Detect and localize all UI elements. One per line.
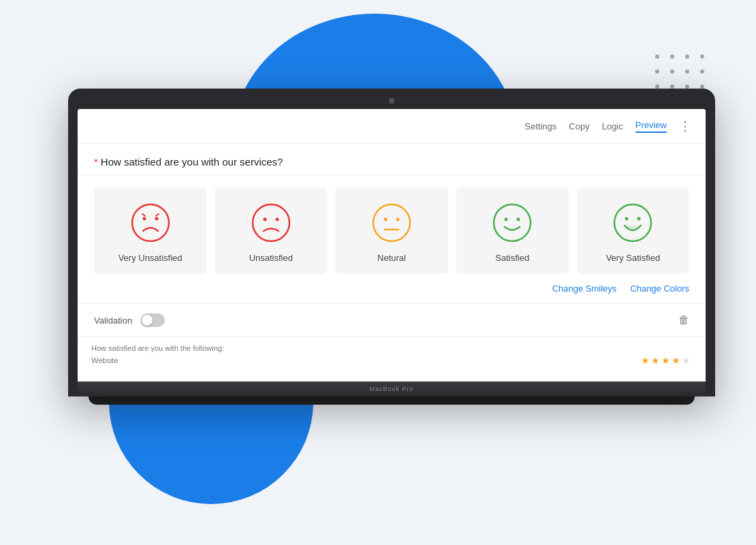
svg-point-5	[275, 218, 279, 221]
preview-item-label: Website	[91, 356, 119, 364]
preview-question-text: How satisfied are you with the following…	[91, 344, 224, 352]
question-section: *How satisfied are you with our services…	[78, 144, 706, 175]
laptop-base: MacBook Pro	[78, 382, 706, 396]
survey-card: Settings Copy Logic Preview ⋮ *How satis…	[78, 109, 706, 373]
laptop-foot	[89, 396, 695, 405]
smiley-card-very-unsatisfied[interactable]: Very Unsatisfied	[94, 187, 206, 274]
smiley-card-satisfied[interactable]: Satisfied	[456, 187, 569, 274]
unsatisfied-icon	[251, 202, 292, 243]
svg-point-8	[396, 218, 400, 221]
action-links: Change Smileys Change Colors	[78, 281, 706, 303]
preview-bar: How satisfied are you with the following…	[78, 337, 706, 373]
svg-point-2	[155, 217, 158, 221]
smiley-card-very-satisfied[interactable]: Very Satisfied	[577, 187, 689, 274]
toggle-knob	[142, 315, 153, 326]
laptop-wrapper: Settings Copy Logic Preview ⋮ *How satis…	[68, 89, 715, 405]
logic-button[interactable]: Logic	[602, 121, 623, 131]
satisfied-icon	[492, 202, 533, 243]
preview-row: How satisfied are you with the following…	[91, 344, 692, 352]
svg-point-14	[625, 217, 629, 221]
laptop-frame: Settings Copy Logic Preview ⋮ *How satis…	[68, 89, 715, 396]
neutral-icon	[371, 202, 412, 243]
smiley-card-neutral[interactable]: Netural	[335, 187, 447, 274]
validation-bar: Validation 🗑	[78, 303, 706, 337]
preview-button[interactable]: Preview	[635, 120, 667, 133]
svg-point-10	[494, 204, 531, 241]
question-text: *How satisfied are you with our services…	[94, 156, 689, 168]
unsatisfied-label: Unsatisfied	[249, 253, 293, 263]
delete-icon[interactable]: 🗑	[678, 314, 689, 326]
validation-label: Validation	[94, 315, 132, 326]
laptop-camera	[389, 98, 394, 104]
svg-point-7	[384, 218, 388, 221]
svg-point-11	[505, 218, 508, 221]
change-colors-link[interactable]: Change Colors	[630, 283, 689, 294]
required-star: *	[94, 156, 98, 168]
laptop-brand-label: MacBook Pro	[369, 386, 413, 392]
svg-point-1	[142, 217, 146, 221]
svg-point-13	[614, 204, 651, 241]
preview-item-row: Website ★★★★★	[91, 355, 692, 366]
more-menu-icon[interactable]: ⋮	[679, 119, 692, 134]
toolbar: Settings Copy Logic Preview ⋮	[78, 109, 706, 144]
svg-point-3	[253, 204, 289, 241]
svg-point-6	[373, 204, 410, 241]
settings-button[interactable]: Settings	[524, 121, 556, 131]
preview-stars: ★★★★★	[641, 355, 692, 366]
smiley-options: Very Unsatisfied Unsatisfied	[78, 175, 706, 281]
svg-point-12	[517, 218, 520, 221]
very-satisfied-label: Very Satisfied	[606, 253, 661, 263]
very-unsatisfied-icon	[130, 202, 171, 243]
svg-point-0	[132, 204, 169, 241]
svg-point-4	[263, 218, 266, 221]
neutral-label: Netural	[377, 253, 406, 263]
very-satisfied-icon	[612, 202, 653, 243]
laptop-screen: Settings Copy Logic Preview ⋮ *How satis…	[78, 109, 706, 382]
smiley-card-unsatisfied[interactable]: Unsatisfied	[215, 187, 327, 274]
satisfied-label: Satisfied	[495, 253, 529, 263]
copy-button[interactable]: Copy	[569, 121, 589, 131]
validation-toggle[interactable]	[140, 313, 165, 327]
change-smileys-link[interactable]: Change Smileys	[552, 283, 617, 294]
star-empty: ★	[682, 355, 692, 366]
very-unsatisfied-label: Very Unsatisfied	[119, 253, 183, 263]
svg-point-15	[637, 217, 641, 221]
